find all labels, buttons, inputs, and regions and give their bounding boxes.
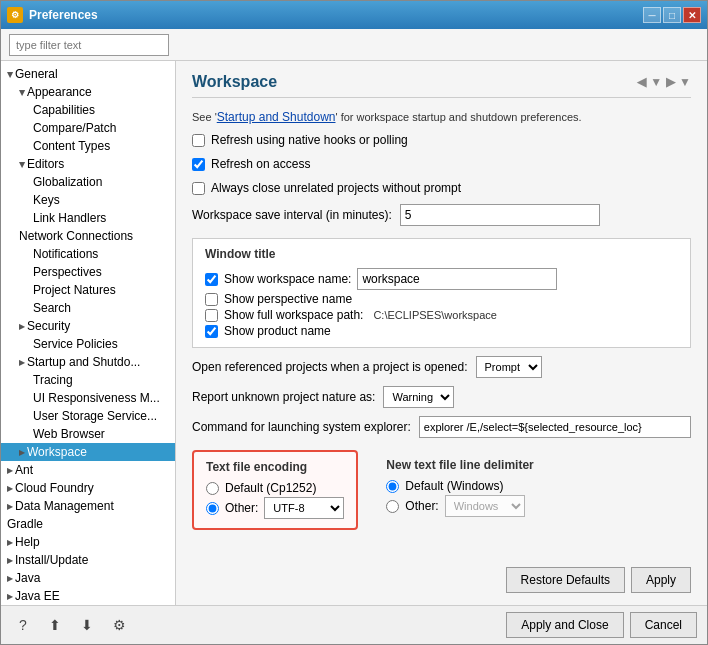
dropdown-arrow[interactable]: ▼ <box>650 75 662 89</box>
menu-arrow[interactable]: ▼ <box>679 75 691 89</box>
open-referenced-row: Open referenced projects when a project … <box>192 356 691 378</box>
restore-defaults-button[interactable]: Restore Defaults <box>506 567 625 593</box>
sidebar-item-user-storage[interactable]: User Storage Service... <box>1 407 175 425</box>
apply-close-button[interactable]: Apply and Close <box>506 612 623 638</box>
command-input[interactable] <box>419 416 691 438</box>
show-workspace-name-label: Show workspace name: <box>224 272 351 286</box>
sidebar-item-compare-patch[interactable]: Compare/Patch <box>1 119 175 137</box>
sidebar-item-java[interactable]: ▶ Java <box>1 569 175 587</box>
apply-button[interactable]: Apply <box>631 567 691 593</box>
other-line-radio[interactable] <box>386 500 399 513</box>
sidebar-item-content-types[interactable]: Content Types <box>1 137 175 155</box>
show-perspective-checkbox[interactable] <box>205 293 218 306</box>
button-row-1: Restore Defaults Apply <box>192 559 691 593</box>
close-button[interactable]: ✕ <box>683 7 701 23</box>
sidebar-label: Project Natures <box>33 283 116 297</box>
sidebar-item-install-update[interactable]: ▶ Install/Update <box>1 551 175 569</box>
sidebar-item-keys[interactable]: Keys <box>1 191 175 209</box>
save-interval-input[interactable] <box>400 204 600 226</box>
line-delimiter-section: New text file line delimiter Default (Wi… <box>374 450 545 530</box>
sidebar-item-general[interactable]: ▶ General <box>1 65 175 83</box>
maximize-button[interactable]: □ <box>663 7 681 23</box>
sidebar-label: Keys <box>33 193 60 207</box>
sidebar-item-capabilities[interactable]: Capabilities <box>1 101 175 119</box>
show-workspace-name-row: Show workspace name: <box>205 267 678 291</box>
help-icon-button[interactable]: ? <box>11 613 35 637</box>
open-referenced-select[interactable]: Prompt Always Never <box>476 356 542 378</box>
sidebar-label: Compare/Patch <box>33 121 116 135</box>
show-product-checkbox[interactable] <box>205 325 218 338</box>
show-full-path-checkbox[interactable] <box>205 309 218 322</box>
footer-right: Apply and Close Cancel <box>506 612 697 638</box>
filter-input[interactable] <box>9 34 169 56</box>
sidebar-item-project-natures[interactable]: Project Natures <box>1 281 175 299</box>
command-label: Command for launching system explorer: <box>192 420 411 434</box>
report-unknown-select[interactable]: Warning Error Ignore <box>383 386 454 408</box>
sidebar-item-globalization[interactable]: Globalization <box>1 173 175 191</box>
sidebar-item-notifications[interactable]: Notifications <box>1 245 175 263</box>
expand-icon: ▶ <box>19 358 25 367</box>
refresh-native-checkbox[interactable] <box>192 134 205 147</box>
page-title-row: Workspace ◀ ▼ ▶ ▼ <box>192 73 691 98</box>
expand-icon: ▶ <box>7 592 13 601</box>
sidebar-item-link-handlers[interactable]: Link Handlers <box>1 209 175 227</box>
bottom-two-col: Text file encoding Default (Cp1252) Othe… <box>192 450 691 530</box>
show-perspective-label: Show perspective name <box>224 292 352 306</box>
sidebar-label: Ant <box>15 463 33 477</box>
cancel-button[interactable]: Cancel <box>630 612 697 638</box>
line-delimiter-title: New text file line delimiter <box>386 458 533 472</box>
refresh-access-label: Refresh on access <box>211 157 310 171</box>
export-button[interactable]: ⬆ <box>43 613 67 637</box>
sidebar-item-ui-responsiveness[interactable]: UI Responsiveness M... <box>1 389 175 407</box>
sidebar-label: Globalization <box>33 175 102 189</box>
import-button[interactable]: ⬇ <box>75 613 99 637</box>
sidebar-item-network-connections[interactable]: Network Connections <box>1 227 175 245</box>
settings-button[interactable]: ⚙ <box>107 613 131 637</box>
sidebar-item-startup-shutdown[interactable]: ▶ Startup and Shutdo... <box>1 353 175 371</box>
sidebar-item-data-management[interactable]: ▶ Data Management <box>1 497 175 515</box>
sidebar-item-tracing[interactable]: Tracing <box>1 371 175 389</box>
startup-shutdown-link[interactable]: Startup and Shutdown <box>217 110 336 124</box>
minimize-button[interactable]: ─ <box>643 7 661 23</box>
nav-arrows: ◀ ▼ ▶ ▼ <box>637 75 691 89</box>
full-path-value: C:\ECLIPSES\workspace <box>373 309 497 321</box>
sidebar-item-workspace[interactable]: ▶ Workspace <box>1 443 175 461</box>
sidebar-item-security[interactable]: ▶ Security <box>1 317 175 335</box>
encoding-select[interactable]: UTF-8 UTF-16 ISO-8859-1 <box>264 497 344 519</box>
expand-icon: ▶ <box>19 322 25 331</box>
expand-icon: ▶ <box>19 448 25 457</box>
default-encoding-radio[interactable] <box>206 482 219 495</box>
sidebar-item-editors[interactable]: ▶ Editors <box>1 155 175 173</box>
sidebar-item-perspectives[interactable]: Perspectives <box>1 263 175 281</box>
sidebar-item-ant[interactable]: ▶ Ant <box>1 461 175 479</box>
refresh-access-row: Refresh on access <box>192 156 691 172</box>
default-line-radio[interactable] <box>386 480 399 493</box>
sidebar-item-cloud-foundry[interactable]: ▶ Cloud Foundry <box>1 479 175 497</box>
workspace-name-input[interactable] <box>357 268 557 290</box>
line-select[interactable]: Windows Unix Mac <box>445 495 525 517</box>
content-area: Workspace ◀ ▼ ▶ ▼ See 'Startup and Shutd… <box>176 61 707 605</box>
sidebar-item-gradle[interactable]: Gradle <box>1 515 175 533</box>
expand-icon: ▶ <box>7 538 13 547</box>
footer: ? ⬆ ⬇ ⚙ Apply and Close Cancel <box>1 605 707 644</box>
always-close-checkbox[interactable] <box>192 182 205 195</box>
sidebar-item-web-browser[interactable]: Web Browser <box>1 425 175 443</box>
text-file-encoding-section: Text file encoding Default (Cp1252) Othe… <box>192 450 358 530</box>
forward-arrow[interactable]: ▶ <box>666 75 675 89</box>
sidebar-label: Java EE <box>15 589 60 603</box>
sidebar-item-search[interactable]: Search <box>1 299 175 317</box>
sidebar-label: Tracing <box>33 373 73 387</box>
show-workspace-name-checkbox[interactable] <box>205 273 218 286</box>
sidebar-item-service-policies[interactable]: Service Policies <box>1 335 175 353</box>
sidebar-item-help[interactable]: ▶ Help <box>1 533 175 551</box>
always-close-row: Always close unrelated projects without … <box>192 180 691 196</box>
sidebar-label: Startup and Shutdo... <box>27 355 140 369</box>
sidebar-label: Gradle <box>7 517 43 531</box>
back-arrow[interactable]: ◀ <box>637 75 646 89</box>
sidebar-item-java-ee[interactable]: ▶ Java EE <box>1 587 175 605</box>
other-encoding-radio[interactable] <box>206 502 219 515</box>
refresh-access-checkbox[interactable] <box>192 158 205 171</box>
sidebar-item-appearance[interactable]: ▶ Appearance <box>1 83 175 101</box>
preferences-window: ⚙ Preferences ─ □ ✕ ▶ General ▶ Appearan… <box>0 0 708 645</box>
window-title: Preferences <box>29 8 98 22</box>
